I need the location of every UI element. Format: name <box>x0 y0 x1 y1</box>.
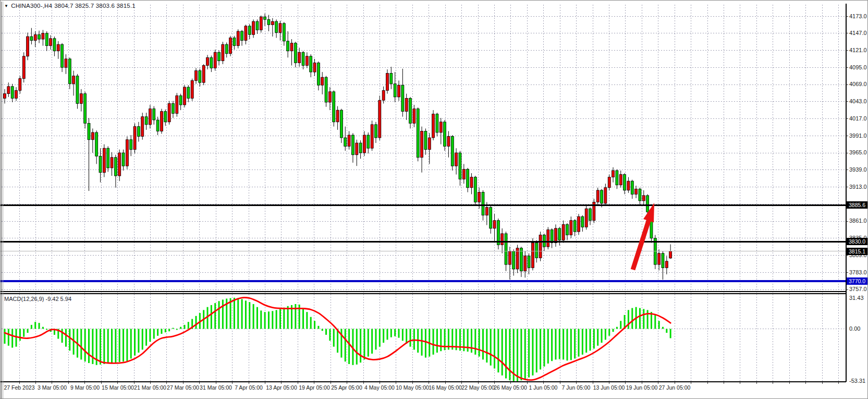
candle-body <box>432 114 435 138</box>
macd-histogram-bar <box>670 329 671 338</box>
macd-histogram-bar <box>260 310 262 329</box>
candle-body <box>160 112 163 131</box>
candle-body <box>444 122 446 147</box>
time-axis-label: 15 Mar 05:00 <box>102 384 134 391</box>
candle-body <box>11 87 14 99</box>
candle-body <box>229 38 232 54</box>
panel-splitter[interactable] <box>1 291 846 295</box>
candle-body <box>88 123 90 139</box>
candle-body <box>91 132 94 140</box>
macd-histogram-bar <box>8 329 9 346</box>
candle-body <box>371 125 373 148</box>
macd-histogram-bar <box>540 329 541 370</box>
candle-body <box>57 44 59 51</box>
macd-histogram-bar <box>302 309 304 329</box>
macd-histogram-bar <box>356 329 358 365</box>
macd-histogram-bar <box>241 299 243 329</box>
macd-histogram-bar <box>474 329 476 355</box>
macd-histogram-bar <box>157 329 158 336</box>
macd-histogram-bar <box>520 329 522 381</box>
candle-body <box>401 85 404 111</box>
candle-body <box>149 109 151 125</box>
candle-body <box>271 21 274 25</box>
candle-body <box>99 156 102 172</box>
price-level-badge: 3770.0 <box>847 277 867 285</box>
candle-body <box>665 261 668 268</box>
macd-histogram-bar <box>398 329 400 338</box>
candle-body <box>302 52 304 65</box>
candle-body <box>45 33 48 46</box>
candle-body <box>264 17 266 19</box>
candle-body <box>627 181 630 190</box>
macd-histogram-bar <box>597 329 598 346</box>
chart-plot-area[interactable] <box>1 1 868 399</box>
candle-body <box>508 251 511 264</box>
candle-body <box>459 153 461 179</box>
candle-body <box>287 41 289 51</box>
candle-body <box>202 65 205 82</box>
macd-histogram-bar <box>582 329 583 355</box>
price-axis-label: 3939.0 <box>849 167 868 173</box>
candle-body <box>133 127 136 150</box>
candle-body <box>22 56 25 79</box>
macd-histogram-bar <box>547 329 549 364</box>
macd-histogram-bar <box>440 329 442 352</box>
candle-body <box>294 43 297 63</box>
price-axis-label: 4017.0 <box>849 116 868 122</box>
macd-histogram-bar <box>283 308 285 329</box>
candle-body <box>244 26 247 41</box>
macd-histogram-bar <box>390 329 392 337</box>
macd-histogram-bar <box>574 329 576 359</box>
macd-histogram-bar <box>142 329 143 350</box>
candle-body <box>642 196 645 201</box>
macd-histogram-bar <box>115 329 116 363</box>
macd-histogram-bar <box>585 329 587 353</box>
macd-histogram-bar <box>161 329 162 334</box>
macd-histogram-bar <box>107 329 109 364</box>
candle-body <box>439 122 442 132</box>
macd-histogram-bar <box>379 329 381 347</box>
macd-histogram-bar <box>138 329 139 353</box>
macd-indicator-label: MACD(12,26,9) -9.42 5.94 <box>4 296 71 302</box>
macd-histogram-bar <box>19 329 21 341</box>
candle-body <box>72 76 75 84</box>
macd-histogram-bar <box>245 300 247 329</box>
time-axis-label: 27 Jun 05:00 <box>659 384 691 391</box>
macd-histogram-bar <box>322 329 323 331</box>
time-axis-label: 7 Apr 05:00 <box>235 384 263 391</box>
macd-histogram-bar <box>218 301 220 329</box>
symbol-period-label: CHINA300-,H4 <box>11 3 52 9</box>
candle-body <box>176 95 178 113</box>
candle-body <box>260 17 262 30</box>
candle-body <box>669 251 672 258</box>
macd-axis-label: 31.43 <box>849 295 868 301</box>
price-level-badge: 3815.1 <box>847 248 867 255</box>
candle-body <box>478 192 481 202</box>
macd-histogram-bar <box>176 329 178 330</box>
macd-histogram-bar <box>421 329 423 356</box>
candle-body <box>455 153 458 166</box>
macd-histogram-bar <box>620 321 621 329</box>
candle-body <box>103 148 105 173</box>
macd-histogram-bar <box>490 329 492 366</box>
macd-histogram-bar <box>647 310 649 329</box>
candle-body <box>631 181 633 194</box>
trading-chart-window: ▼CHINA300-,H43804.7 3825.7 3803.6 3815.1… <box>0 0 868 399</box>
macd-histogram-bar <box>383 329 384 343</box>
time-axis-label: 25 Apr 05:00 <box>331 384 362 391</box>
macd-histogram-bar <box>605 329 606 340</box>
macd-histogram-bar <box>631 308 633 329</box>
time-axis-label: 21 Mar 05:00 <box>134 384 166 391</box>
time-axis-label: 16 May 05:00 <box>429 384 462 391</box>
chart-title: ▼CHINA300-,H43804.7 3825.7 3803.6 3815.1 <box>4 3 138 9</box>
candle-body <box>241 31 243 41</box>
macd-histogram-bar <box>371 329 373 354</box>
macd-histogram-bar <box>479 329 480 357</box>
macd-histogram-bar <box>134 329 136 356</box>
symbol-dropdown-icon[interactable]: ▼ <box>4 4 8 8</box>
time-axis-label: 22 May 05:00 <box>461 384 495 391</box>
candle-body <box>333 92 335 122</box>
macd-histogram-bar <box>639 308 641 329</box>
time-axis-label: 3 Mar 05:00 <box>38 384 67 391</box>
macd-histogram-bar <box>413 329 415 350</box>
